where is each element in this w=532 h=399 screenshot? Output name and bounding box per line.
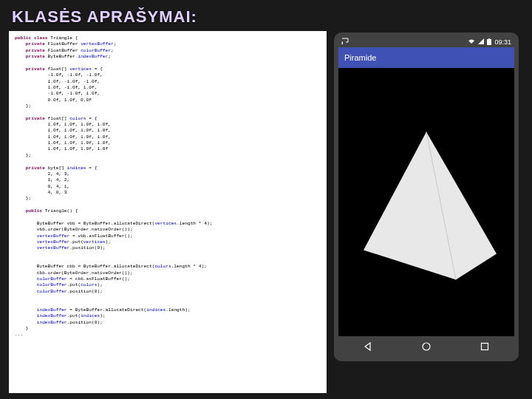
phone-mockup: 09:31 Piramide: [334, 33, 519, 361]
recent-button[interactable]: [478, 340, 491, 353]
battery-icon: [487, 38, 491, 47]
back-button[interactable]: [361, 340, 375, 353]
svg-rect-0: [487, 39, 491, 45]
content-row: public class Triangle { private FloatBuf…: [0, 31, 532, 393]
svg-point-4: [423, 343, 430, 350]
slide-title: KLASĖS APRAŠYMAI:: [0, 0, 532, 31]
signal-icon: [478, 38, 484, 46]
android-nav-bar: [338, 336, 514, 357]
app-bar: Piramide: [338, 47, 514, 68]
status-bar: 09:31: [338, 37, 514, 47]
svg-marker-2: [364, 132, 497, 279]
svg-rect-1: [488, 38, 490, 39]
svg-rect-5: [482, 344, 488, 350]
cast-icon: [341, 38, 349, 47]
wifi-icon: [468, 38, 475, 46]
app-title: Piramide: [344, 53, 376, 62]
home-button[interactable]: [420, 340, 433, 353]
opengl-canvas: [338, 68, 514, 336]
code-panel: public class Triangle { private FloatBuf…: [9, 31, 327, 393]
status-time: 09:31: [494, 38, 511, 46]
rendered-triangle: [352, 124, 500, 287]
code-block: public class Triangle { private FloatBuf…: [15, 35, 321, 338]
